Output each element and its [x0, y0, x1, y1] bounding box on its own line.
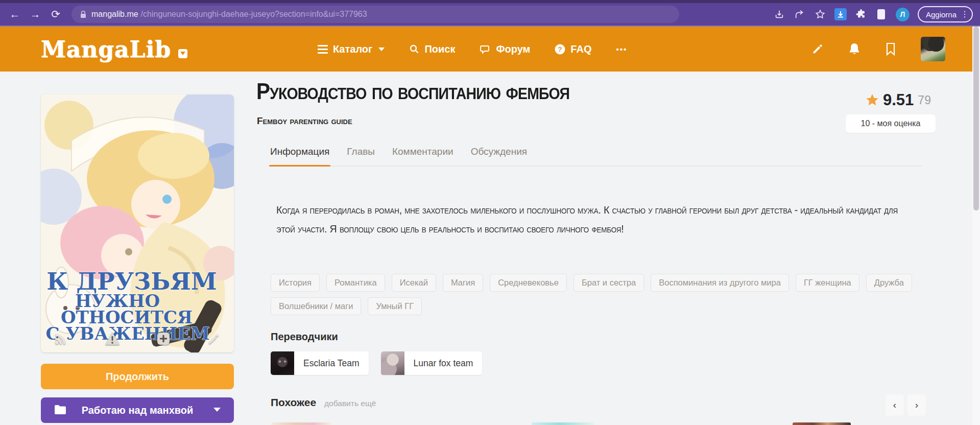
- reading-list-button[interactable]: Работаю над манхвой: [41, 397, 234, 423]
- update-browser-button[interactable]: Aggiorna ⋮: [918, 6, 973, 22]
- site-header: MangaLib Каталог Поиск Форум ? FAQ •••: [0, 27, 980, 72]
- similar-heading: Похожее: [271, 396, 316, 409]
- description: Когда я переродилась в роман, мне захоте…: [276, 200, 919, 238]
- reading-list-icon[interactable]: [875, 8, 888, 20]
- bookmark-star-icon[interactable]: [814, 8, 826, 20]
- nav-forum-label: Форум: [496, 43, 530, 55]
- download-icon[interactable]: [773, 8, 785, 20]
- cover-art: К ДРУЗЬЯМ НУЖНО ОТНОСИТСЯ С УВАЖЕНИЕМ: [41, 95, 234, 352]
- tag[interactable]: Брат и сестра: [573, 274, 644, 292]
- folder-icon: [54, 405, 66, 417]
- similar-add-link[interactable]: добавить ещё: [324, 399, 376, 408]
- nav-search-label: Поиск: [424, 43, 455, 55]
- url-path: /chinguneun-sojunghi-daehae-juseyo?secti…: [141, 10, 367, 19]
- tag[interactable]: Средневековье: [490, 274, 567, 292]
- similar-carousel-controls: ‹ ›: [886, 394, 926, 416]
- nav-more-icon[interactable]: •••: [616, 45, 627, 54]
- team-avatar: [381, 351, 404, 375]
- pencil-icon[interactable]: [811, 43, 824, 55]
- rating[interactable]: 9.51 79: [866, 91, 931, 109]
- update-browser-label: Aggiorna: [926, 10, 957, 19]
- tag[interactable]: Волшебники / маги: [271, 297, 361, 315]
- nav-forum[interactable]: Форум: [480, 43, 530, 55]
- tag[interactable]: История: [271, 274, 320, 292]
- extension-download-icon[interactable]: [834, 8, 847, 20]
- team-chip-esclaria[interactable]: Esclaria Team: [271, 351, 369, 375]
- tab-information[interactable]: Информация: [269, 142, 330, 166]
- tab-bar: Информация Главы Комментарии Обсуждения: [269, 142, 922, 167]
- team-avatar: [271, 351, 294, 375]
- page-subtitle: Femboy parenting guide: [257, 115, 352, 127]
- browser-profile-avatar[interactable]: Л: [896, 8, 910, 21]
- team-chip-lunar-fox[interactable]: Lunar fox team: [381, 351, 483, 375]
- reading-list-label: Работаю над манхвой: [82, 405, 194, 416]
- tab-chapters[interactable]: Главы: [346, 142, 376, 166]
- nav-faq[interactable]: ? FAQ: [555, 43, 591, 55]
- team-name: Esclaria Team: [294, 358, 369, 369]
- nav-search[interactable]: Поиск: [409, 43, 455, 55]
- bookmark-icon[interactable]: [885, 42, 896, 56]
- sidebar: К ДРУЗЬЯМ НУЖНО ОТНОСИТСЯ С УВАЖЕНИЕМ: [41, 95, 234, 423]
- nav-catalog-label: Каталог: [333, 43, 372, 55]
- manga-cover[interactable]: К ДРУЗЬЯМ НУЖНО ОТНОСИТСЯ С УВАЖЕНИЕМ: [41, 95, 234, 352]
- star-icon: [866, 94, 879, 107]
- extensions-puzzle-icon[interactable]: [855, 8, 867, 20]
- my-rating-badge[interactable]: 10 - моя оценка: [846, 114, 936, 133]
- warning-icon[interactable]: [105, 332, 120, 345]
- translators-heading: Переводчики: [271, 331, 338, 343]
- tag[interactable]: Романтика: [326, 274, 385, 292]
- carousel-prev-button[interactable]: ‹: [886, 394, 904, 416]
- share-icon[interactable]: [794, 8, 806, 20]
- similar-section-header: Похожее добавить ещё: [271, 396, 376, 409]
- browser-chrome: ← → ⟳ mangalib.me/chinguneun-sojunghi-da…: [0, 0, 980, 27]
- translator-teams: Esclaria Team Lunar fox team: [271, 351, 482, 375]
- browser-menu-icon[interactable]: ⋮: [961, 12, 969, 17]
- url-domain: mangalib.me: [91, 10, 138, 19]
- site-logo-text: MangaLib: [41, 36, 171, 62]
- logo-dropdown-icon[interactable]: [178, 49, 187, 58]
- site-logo[interactable]: MangaLib: [41, 36, 187, 62]
- tag-list: История Романтика Исекай Магия Средневек…: [271, 274, 914, 315]
- tab-discussions[interactable]: Обсуждения: [470, 142, 528, 166]
- edit-cover-icon[interactable]: [207, 332, 221, 345]
- reload-button[interactable]: ⟳: [47, 6, 64, 23]
- scrollbar[interactable]: [972, 27, 980, 425]
- scrollbar-thumb[interactable]: [973, 27, 979, 210]
- rss-icon[interactable]: [54, 332, 67, 345]
- nav-catalog[interactable]: Каталог: [318, 43, 385, 55]
- similar-card-partial[interactable]: [532, 422, 594, 425]
- list-chevron-icon: [213, 408, 221, 412]
- tag[interactable]: Воспоминания из другого мира: [651, 274, 789, 292]
- continue-button[interactable]: Продолжить: [41, 364, 234, 389]
- rating-score: 9.51: [883, 91, 914, 109]
- question-circle-icon: ?: [555, 44, 565, 55]
- tag[interactable]: Магия: [443, 274, 483, 292]
- hamburger-icon: [318, 45, 328, 54]
- main-navigation: Каталог Поиск Форум ? FAQ •••: [318, 43, 627, 55]
- bell-icon[interactable]: [848, 42, 861, 56]
- similar-card-partial[interactable]: [793, 422, 851, 425]
- manga-page: К ДРУЗЬЯМ НУЖНО ОТНОСИТСЯ С УВАЖЕНИЕМ: [0, 72, 972, 425]
- cover-action-icons: [41, 332, 234, 345]
- tag[interactable]: Дружба: [866, 274, 912, 292]
- page-title: Руководство по воспитанию фембоя: [256, 79, 569, 104]
- add-icon[interactable]: [157, 332, 170, 345]
- chevron-down-icon: [378, 48, 385, 51]
- tag[interactable]: Исекай: [392, 274, 436, 292]
- browser-toolbar: ← → ⟳ mangalib.me/chinguneun-sojunghi-da…: [0, 3, 980, 27]
- address-bar[interactable]: mangalib.me/chinguneun-sojunghi-daehae-j…: [71, 6, 679, 23]
- lock-icon: [80, 10, 87, 18]
- tab-comments[interactable]: Комментарии: [391, 142, 455, 166]
- tag[interactable]: Умный ГГ: [368, 297, 422, 315]
- header-user-actions: [811, 37, 945, 61]
- similar-card-partial[interactable]: [271, 422, 331, 425]
- svg-text:?: ?: [558, 45, 562, 53]
- chat-bubble-icon: [480, 44, 491, 54]
- toolbar-icons: Л Aggiorna ⋮: [773, 6, 973, 22]
- tag[interactable]: ГГ женщина: [796, 274, 859, 292]
- user-avatar[interactable]: [921, 37, 945, 61]
- team-name: Lunar fox team: [404, 358, 483, 369]
- forward-button[interactable]: →: [27, 6, 44, 23]
- back-button[interactable]: ←: [6, 6, 23, 23]
- carousel-next-button[interactable]: ›: [907, 394, 926, 416]
